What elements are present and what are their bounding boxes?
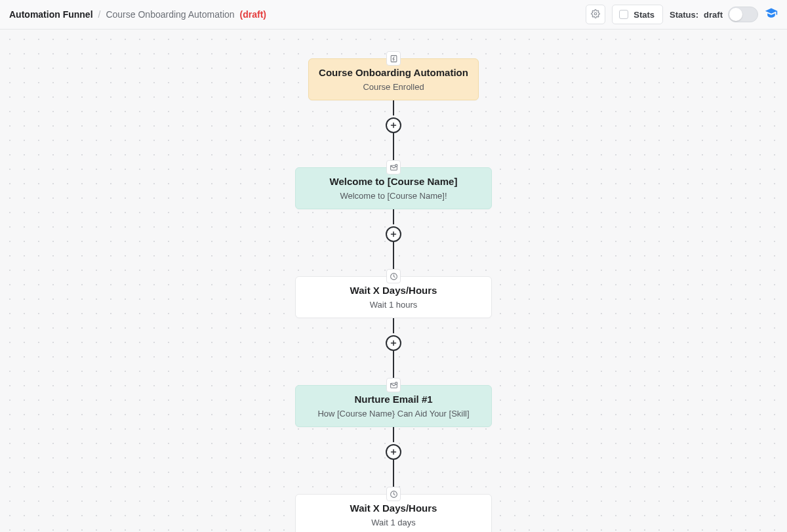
email-node[interactable]: Welcome to [Course Name] Welcome to [Cou… <box>295 167 492 209</box>
mail-send-icon <box>386 160 401 174</box>
node-subtitle: Welcome to [Course Name]! <box>305 191 482 201</box>
breadcrumb: Automation Funnel / Course Onboarding Au… <box>9 9 266 20</box>
svg-point-5 <box>395 164 397 166</box>
status-toggle[interactable] <box>728 7 758 22</box>
email-node[interactable]: Nurture Email #1 How [Course Name} Can A… <box>295 385 492 427</box>
node-title: Wait X Days/Hours <box>305 285 482 296</box>
connector <box>386 100 401 167</box>
settings-button[interactable] <box>586 5 605 24</box>
add-step-button[interactable] <box>386 444 401 460</box>
connector-line <box>393 460 394 477</box>
trigger-node[interactable]: Course Onboarding Automation Course Enro… <box>308 58 479 100</box>
svg-point-12 <box>395 382 397 384</box>
connector <box>386 427 401 494</box>
status-prefix: Status: <box>670 10 698 20</box>
add-step-button[interactable] <box>386 117 401 133</box>
breadcrumb-root[interactable]: Automation Funnel <box>9 9 93 20</box>
svg-point-0 <box>595 12 597 15</box>
breadcrumb-separator: / <box>98 9 101 20</box>
stats-checkbox <box>619 10 628 19</box>
add-step-button[interactable] <box>386 335 401 351</box>
wait-node[interactable]: Wait X Days/Hours Wait 1 days <box>295 494 492 532</box>
connector-line <box>393 133 394 150</box>
topbar-actions: Stats Status: draft <box>586 5 778 24</box>
node-subtitle: How [Course Name} Can Aid Your [Skill] <box>305 409 482 419</box>
connector-line <box>393 209 394 226</box>
connector-line <box>393 427 394 444</box>
status-value: draft <box>704 10 723 20</box>
add-step-button[interactable] <box>386 226 401 242</box>
connector <box>386 209 401 276</box>
connector-line <box>393 351 394 368</box>
automation-canvas[interactable]: Course Onboarding Automation Course Enro… <box>0 30 787 532</box>
node-subtitle: Wait 1 hours <box>305 300 482 310</box>
bolt-icon <box>386 51 401 66</box>
toggle-knob <box>729 8 742 21</box>
help-button[interactable] <box>765 7 778 22</box>
connector-line <box>393 100 394 117</box>
trigger-title: Course Onboarding Automation <box>318 67 469 78</box>
connector-line <box>393 242 394 259</box>
node-title: Welcome to [Course Name] <box>305 176 482 187</box>
topbar: Automation Funnel / Course Onboarding Au… <box>0 0 787 30</box>
connector-line <box>393 318 394 335</box>
connector <box>386 318 401 385</box>
breadcrumb-current: Course Onboarding Automation <box>106 9 234 20</box>
automation-flow: Course Onboarding Automation Course Enro… <box>289 58 498 532</box>
stats-button[interactable]: Stats <box>612 5 663 24</box>
node-subtitle: Wait 1 days <box>305 518 482 527</box>
mail-send-icon <box>386 378 401 392</box>
graduation-cap-icon <box>765 7 778 22</box>
clock-icon <box>386 269 401 283</box>
trigger-subtitle: Course Enrolled <box>318 82 469 92</box>
wait-node[interactable]: Wait X Days/Hours Wait 1 hours <box>295 276 492 318</box>
clock-icon <box>386 487 401 501</box>
breadcrumb-status-badge: (draft) <box>240 9 266 20</box>
status-indicator: Status: draft <box>670 7 758 22</box>
node-title: Nurture Email #1 <box>305 394 482 405</box>
gear-icon <box>591 9 600 20</box>
node-title: Wait X Days/Hours <box>305 502 482 514</box>
stats-label: Stats <box>634 10 655 20</box>
